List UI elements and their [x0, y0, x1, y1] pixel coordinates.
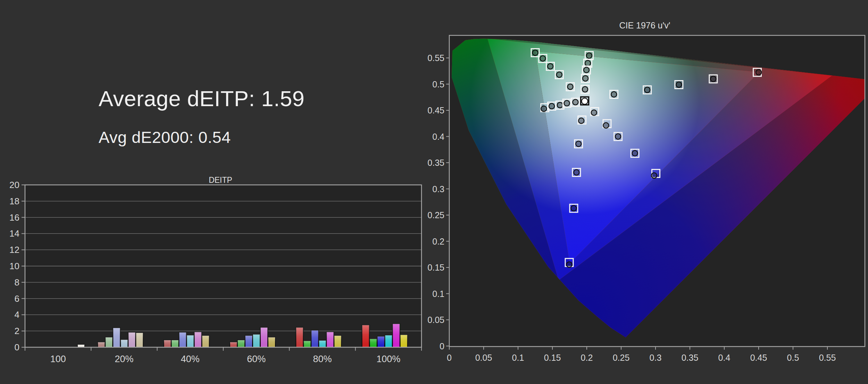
- bar-shine: [268, 337, 275, 347]
- y-tick-label: 0.1: [432, 289, 444, 299]
- magenta-sweep-60pct-measured-dot: [615, 134, 621, 139]
- cyan-sweep-60pct-measured-dot: [557, 102, 563, 108]
- bar-shine: [326, 332, 334, 347]
- bar-shine: [105, 337, 112, 347]
- calibration-report-page: Average dEITP: 1.59 Avg dE2000: 0.54: [0, 0, 868, 384]
- cie-chart-title: CIE 1976 u'v': [619, 20, 670, 30]
- bar-shine: [260, 327, 268, 347]
- x-tick-label: 0.3: [650, 353, 662, 362]
- y-tick-label: 2: [15, 326, 19, 336]
- x-tick-label: 0.05: [475, 353, 492, 362]
- red-sweep-40pct-measured-dot: [644, 87, 650, 93]
- y-tick-label: 18: [9, 196, 19, 206]
- cyan-sweep-100pct-measured-dot: [573, 100, 578, 105]
- red-sweep-60pct-measured-dot: [676, 82, 682, 87]
- x-tick-label: 0.45: [750, 353, 767, 362]
- yellow-sweep-20pct-measured-dot: [586, 53, 592, 58]
- y-tick-label: 4: [15, 309, 19, 320]
- green-sweep-60pct-measured-dot: [548, 63, 553, 69]
- bar-shine: [370, 339, 377, 347]
- y-tick-label: 16: [9, 212, 19, 223]
- bar-shine: [253, 334, 260, 347]
- y-tick-label: 6: [15, 293, 19, 304]
- bar-shine: [128, 332, 135, 347]
- deitp-bar-chart: 0246810121416182010020%40%60%80%100% DEI…: [9, 176, 422, 364]
- blue-sweep-80pct-measured-dot: [571, 205, 576, 211]
- yellow-sweep-100pct-measured-dot: [582, 87, 588, 92]
- red-sweep-100pct-measured-dot: [756, 70, 761, 75]
- x-tick-label: 0.5: [787, 353, 799, 362]
- bar-shine: [319, 340, 326, 347]
- green-sweep-20pct-measured-dot: [533, 50, 538, 56]
- y-tick-label: 0.25: [427, 210, 444, 220]
- bar-shine: [113, 328, 120, 347]
- bar-shine: [120, 340, 128, 347]
- bar-shine: [245, 335, 252, 347]
- red-sweep-80pct-measured-dot: [710, 76, 716, 82]
- magenta-sweep-100pct-measured-dot: [651, 173, 657, 178]
- bar-shine: [303, 341, 311, 347]
- blue-sweep-40pct-measured-dot: [576, 141, 581, 147]
- y-tick-label: 0.05: [427, 315, 444, 325]
- y-tick-label: 0.45: [427, 105, 444, 115]
- y-tick-label: 0.15: [427, 263, 444, 272]
- bar-shine: [296, 327, 303, 347]
- green-sweep-80pct-measured-dot: [557, 72, 562, 77]
- y-tick-label: 12: [9, 245, 19, 255]
- y-tick-label: 0.3: [432, 184, 444, 194]
- deitp-chart-title: DEITP: [209, 176, 232, 185]
- x-tick-label: 0: [447, 353, 452, 362]
- report-canvas: 0246810121416182010020%40%60%80%100% DEI…: [0, 0, 868, 384]
- green-sweep-100pct-measured-dot: [567, 84, 573, 89]
- bar-shine: [202, 335, 209, 347]
- x-tick-label: 0.4: [718, 353, 731, 362]
- yellow-sweep-60pct-measured-dot: [584, 67, 589, 73]
- x-group-label: 100%: [376, 354, 400, 364]
- red-sweep-20pct-measured-dot: [611, 92, 617, 97]
- bar-shine: [362, 325, 369, 347]
- y-tick-label: 0.55: [427, 53, 444, 63]
- bar-shine: [311, 330, 318, 347]
- bar-shine: [393, 324, 400, 347]
- blue-sweep-60pct-measured-dot: [574, 170, 579, 175]
- x-tick-label: 0.35: [682, 353, 699, 362]
- bar-shine: [172, 340, 179, 347]
- x-group-label: 60%: [247, 354, 266, 364]
- x-group-label: 80%: [313, 354, 332, 364]
- y-tick-label: 0: [15, 342, 19, 352]
- x-group-label: 20%: [115, 354, 133, 364]
- bar-shine: [230, 342, 237, 347]
- blue-sweep-20pct-measured-dot: [578, 118, 584, 123]
- y-tick-label: 14: [9, 228, 19, 239]
- y-tick-label: 20: [9, 180, 19, 190]
- x-tick-label: 0.2: [581, 353, 593, 362]
- yellow-sweep-80pct-measured-dot: [583, 76, 588, 81]
- bar-shine: [385, 335, 392, 347]
- y-tick-label: 0.4: [432, 132, 444, 142]
- y-tick-label: 0: [440, 341, 444, 351]
- bar-shine: [136, 333, 143, 347]
- y-tick-label: 10: [9, 261, 19, 271]
- bar-shine: [334, 335, 341, 347]
- x-group-label: 40%: [181, 354, 200, 364]
- cyan-sweep-20pct-measured-dot: [541, 106, 546, 111]
- blue-sweep-100pct-measured-dot: [567, 262, 572, 267]
- x-tick-label: 0.1: [512, 353, 524, 362]
- bar-shine: [164, 340, 171, 347]
- cie-1976-diagram: 00.050.10.150.20.250.30.350.40.450.50.55…: [427, 20, 866, 362]
- yellow-sweep-40pct-measured-dot: [585, 60, 591, 66]
- y-tick-label: 0.5: [432, 79, 444, 89]
- bar-shine: [237, 340, 245, 347]
- x-tick-label: 0.55: [819, 353, 836, 362]
- bar-shine: [179, 332, 186, 347]
- green-sweep-40pct-measured-dot: [540, 56, 545, 61]
- cyan-sweep-40pct-measured-dot: [549, 103, 554, 109]
- bar-shine: [377, 336, 385, 347]
- y-tick-label: 8: [15, 277, 19, 288]
- x-tick-label: 0.25: [613, 353, 630, 362]
- white-point-measured-dot: [582, 98, 588, 104]
- bar-shine: [400, 335, 408, 347]
- y-tick-label: 0.2: [432, 237, 444, 246]
- bar-shine: [187, 335, 194, 347]
- cyan-sweep-80pct-measured-dot: [564, 101, 570, 106]
